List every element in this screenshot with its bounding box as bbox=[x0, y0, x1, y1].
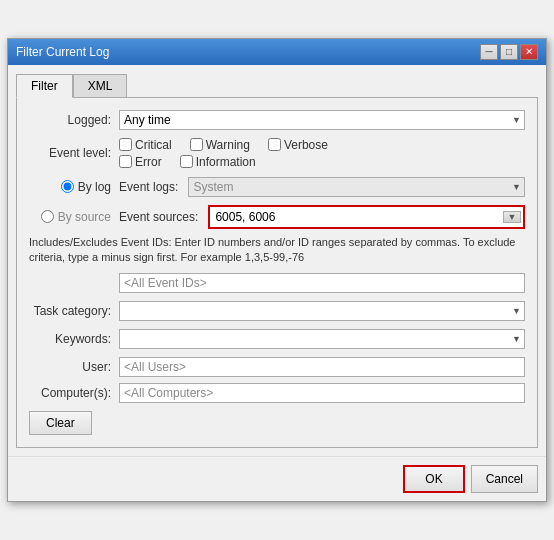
computer-row: Computer(s): bbox=[29, 383, 525, 403]
event-level-container: Critical Warning Verbose bbox=[119, 138, 525, 169]
by-source-radio-label: By source bbox=[29, 210, 119, 224]
user-row: User: bbox=[29, 357, 525, 377]
task-category-select[interactable] bbox=[119, 301, 525, 321]
tab-panel-filter: Logged: Any time Event level: bbox=[16, 97, 538, 449]
dialog-title: Filter Current Log bbox=[16, 45, 109, 59]
information-label[interactable]: Information bbox=[180, 155, 256, 169]
user-input[interactable] bbox=[119, 357, 525, 377]
error-checkbox[interactable] bbox=[119, 155, 132, 168]
information-checkbox[interactable] bbox=[180, 155, 193, 168]
keywords-select-wrapper bbox=[119, 329, 525, 349]
event-sources-input-box: ▼ bbox=[208, 205, 525, 229]
event-logs-select[interactable]: System bbox=[188, 177, 525, 197]
clear-button-row: Clear bbox=[29, 411, 525, 435]
computer-input[interactable] bbox=[119, 383, 525, 403]
ok-button[interactable]: OK bbox=[403, 465, 464, 493]
cancel-button[interactable]: Cancel bbox=[471, 465, 538, 493]
event-level-row2: Error Information bbox=[119, 155, 525, 169]
user-label: User: bbox=[29, 360, 119, 374]
event-level-label: Event level: bbox=[29, 146, 119, 160]
event-ids-row bbox=[29, 273, 525, 293]
keywords-label: Keywords: bbox=[29, 332, 119, 346]
warning-checkbox[interactable] bbox=[190, 138, 203, 151]
event-sources-dropdown-btn[interactable]: ▼ bbox=[503, 211, 521, 223]
event-level-row1: Critical Warning Verbose bbox=[119, 138, 525, 152]
by-source-controls: Event sources: ▼ bbox=[119, 205, 525, 229]
event-level-controls: Critical Warning Verbose bbox=[119, 138, 525, 169]
by-log-row: By log Event logs: System bbox=[29, 177, 525, 197]
event-ids-input[interactable] bbox=[119, 273, 525, 293]
by-source-row: By source Event sources: ▼ bbox=[29, 205, 525, 229]
title-bar-buttons: ─ □ ✕ bbox=[480, 44, 538, 60]
by-log-radio-label: By log bbox=[29, 180, 119, 194]
logged-control: Any time bbox=[119, 110, 525, 130]
task-category-label: Task category: bbox=[29, 304, 119, 318]
tab-xml[interactable]: XML bbox=[73, 74, 128, 98]
event-sources-label: Event sources: bbox=[119, 210, 198, 224]
verbose-label[interactable]: Verbose bbox=[268, 138, 328, 152]
warning-label[interactable]: Warning bbox=[190, 138, 250, 152]
tabs-bar: Filter XML bbox=[16, 73, 538, 97]
event-logs-label: Event logs: bbox=[119, 180, 178, 194]
computer-label: Computer(s): bbox=[29, 386, 119, 400]
event-logs-select-wrapper: System bbox=[188, 177, 525, 197]
event-sources-input[interactable] bbox=[212, 209, 503, 225]
dialog-window: Filter Current Log ─ □ ✕ Filter XML Logg… bbox=[7, 38, 547, 503]
critical-label[interactable]: Critical bbox=[119, 138, 172, 152]
logged-label: Logged: bbox=[29, 113, 119, 127]
description-text: Includes/Excludes Event IDs: Enter ID nu… bbox=[29, 235, 525, 266]
tab-filter[interactable]: Filter bbox=[16, 74, 73, 98]
logged-select-wrapper: Any time bbox=[119, 110, 525, 130]
keywords-row: Keywords: bbox=[29, 329, 525, 349]
task-category-select-wrapper bbox=[119, 301, 525, 321]
logged-row: Logged: Any time bbox=[29, 110, 525, 130]
keywords-select[interactable] bbox=[119, 329, 525, 349]
by-log-controls: Event logs: System bbox=[119, 177, 525, 197]
minimize-button[interactable]: ─ bbox=[480, 44, 498, 60]
by-log-radio[interactable] bbox=[61, 180, 74, 193]
critical-checkbox[interactable] bbox=[119, 138, 132, 151]
logged-select[interactable]: Any time bbox=[119, 110, 525, 130]
dialog-bottom-buttons: OK Cancel bbox=[8, 456, 546, 501]
dialog-content: Filter XML Logged: Any time Event level: bbox=[8, 65, 546, 457]
event-level-row: Event level: Critical Warning bbox=[29, 138, 525, 169]
by-source-radio[interactable] bbox=[41, 210, 54, 223]
title-bar: Filter Current Log ─ □ ✕ bbox=[8, 39, 546, 65]
close-button[interactable]: ✕ bbox=[520, 44, 538, 60]
clear-button[interactable]: Clear bbox=[29, 411, 92, 435]
maximize-button[interactable]: □ bbox=[500, 44, 518, 60]
verbose-checkbox[interactable] bbox=[268, 138, 281, 151]
error-label[interactable]: Error bbox=[119, 155, 162, 169]
task-category-row: Task category: bbox=[29, 301, 525, 321]
